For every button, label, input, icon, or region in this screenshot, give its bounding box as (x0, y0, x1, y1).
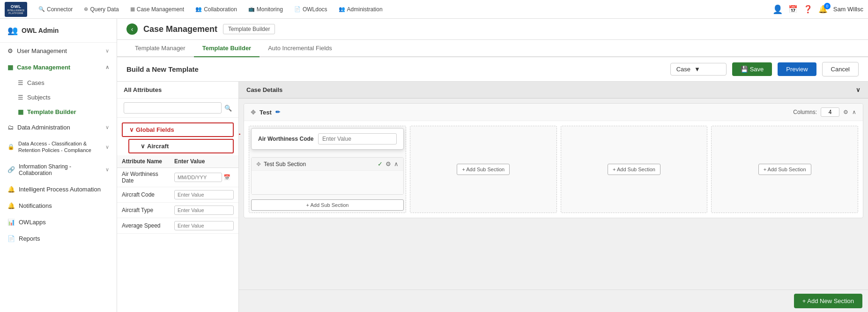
case-management-icon: ▦ (130, 6, 135, 12)
aircraft-chevron-icon: ∨ (141, 143, 145, 150)
top-nav-right: 👤 📅 ❓ 🔔 0 Sam Willsc (772, 4, 863, 15)
global-fields-section: ∨ Global Fields ∨ Aircraft Attribute Nam… (117, 118, 238, 236)
split-pane: All Attributes 🔍 ∨ Global Fields ∨ Aircr… (117, 82, 868, 312)
subjects-icon: ☰ (18, 94, 23, 101)
calendar-icon-btn[interactable]: 📅 (788, 5, 798, 14)
attr-value-cell (170, 187, 238, 203)
column-cell-4: + Add Sub Section (711, 126, 858, 213)
sidebar-item-owlapps[interactable]: 📊 OWLapps (0, 214, 117, 230)
col-attribute-name: Attribute Name (117, 155, 170, 168)
tab-auto-incremental[interactable]: Auto Incremental Fields (260, 40, 341, 57)
info-sharing-icon: 🔗 (7, 166, 15, 173)
nav-collaboration[interactable]: 👥 Collaboration (191, 4, 242, 15)
tooltip-value-input[interactable] (318, 133, 397, 145)
add-new-section-bar: + Add New Section (239, 289, 868, 312)
preview-button[interactable]: Preview (778, 62, 816, 76)
notifications-nav-icon: 🔔 (7, 202, 15, 209)
attr-value-input[interactable] (174, 221, 234, 230)
global-fields-chevron-icon: ∨ (129, 126, 134, 133)
add-sub-section-btn-2[interactable]: + Add Sub Section (457, 164, 510, 175)
gear-icon[interactable]: ⚙ (843, 109, 848, 115)
attr-value-cell (170, 203, 238, 218)
section-collapse-icon[interactable]: ∧ (852, 109, 856, 115)
nav-owldocs[interactable]: 📄 OWLdocs (289, 4, 332, 15)
case-details-chevron-icon: ∨ (856, 86, 861, 93)
sidebar-item-case-management[interactable]: ▦ Case Management ∧ (0, 59, 117, 76)
notifications-icon-btn[interactable]: 🔔 0 (818, 5, 828, 14)
attr-date-input[interactable] (174, 173, 222, 182)
cases-icon: ☰ (18, 79, 23, 86)
add-sub-section-btn-1[interactable]: + Add Sub Section (251, 199, 404, 211)
all-attributes-header: All Attributes (117, 82, 238, 99)
back-button[interactable]: ‹ (126, 23, 138, 35)
sidebar-item-info-sharing[interactable]: 🔗 Information Sharing - Collaboration ∨ (0, 159, 117, 181)
nav-connector[interactable]: 🔍 Connector (34, 4, 77, 15)
add-sub-section-btn-4[interactable]: + Add Sub Section (758, 164, 811, 175)
column-cell-1: Air Worthiness Code ✥ (249, 126, 406, 213)
attr-value-cell: 📅 (170, 168, 238, 187)
edit-section-icon[interactable]: ✏ (275, 109, 280, 115)
section-header: ✥ Test ✏ Columns: ⚙ ∧ (244, 104, 863, 121)
nav-administration[interactable]: 👥 Administration (334, 4, 387, 15)
page-title: Case Management (143, 24, 217, 34)
user-info[interactable]: Sam Willsc (833, 6, 863, 13)
add-new-section-button[interactable]: + Add New Section (794, 294, 862, 308)
sub-section-header: ✥ Test Sub Section ✓ ⚙ ∧ (252, 158, 403, 171)
nav-case-management[interactable]: ▦ Case Management (126, 4, 189, 15)
columns-input[interactable] (821, 107, 839, 117)
attr-value-cell (170, 218, 238, 234)
search-input[interactable] (124, 102, 222, 114)
help-icon-btn[interactable]: ❓ (803, 5, 813, 14)
sidebar-item-notifications[interactable]: 🔔 Notifications (0, 198, 117, 214)
attr-value-input[interactable] (174, 205, 234, 215)
sidebar-item-ipa[interactable]: 🔔 Intelligent Process Automation (0, 181, 117, 198)
case-management-nav-icon: ▦ (7, 64, 13, 71)
breadcrumb-tag[interactable]: Template Builder (223, 24, 275, 34)
search-box: 🔍 (117, 99, 238, 118)
global-fields-header[interactable]: ∨ Global Fields (122, 122, 234, 137)
calendar-icon[interactable]: 📅 (222, 174, 230, 181)
columns-grid: Air Worthiness Code ✥ (244, 121, 863, 218)
administration-icon: 👥 (339, 6, 345, 12)
admin-user-icon: 👥 (7, 25, 18, 36)
nav-monitoring[interactable]: 📺 Monitoring (244, 4, 288, 15)
logo: OWL INTELLIGENCE PLATFORM (5, 2, 27, 17)
drag-handle-icon[interactable]: ✥ (251, 109, 256, 116)
save-button[interactable]: 💾 Save (732, 62, 772, 76)
search-icon[interactable]: 🔍 (224, 105, 232, 112)
sub-drag-icon[interactable]: ✥ (256, 161, 261, 167)
sub-check-icon[interactable]: ✓ (378, 160, 383, 167)
nav-query-data[interactable]: ⊕ Query Data (79, 4, 123, 15)
aircraft-header[interactable]: ∨ Aircraft (128, 139, 234, 153)
sidebar-sub-template-builder[interactable]: ▦ Template Builder (0, 105, 117, 119)
sidebar-sub-subjects[interactable]: ☰ Subjects (0, 90, 117, 105)
table-row: Aircraft Code (117, 187, 238, 203)
user-icon-btn[interactable]: 👤 (772, 4, 783, 15)
notification-badge: 0 (824, 3, 831, 9)
user-management-icon: ⚙ (7, 47, 13, 54)
chevron-up-icon: ∧ (105, 64, 109, 70)
sidebar-item-user-management[interactable]: ⚙ User Management ∨ (0, 43, 117, 59)
page-header: ‹ Case Management Template Builder (117, 19, 868, 40)
attribute-table: Attribute Name Enter Value Air Worthines… (117, 155, 238, 234)
attr-value-input[interactable] (174, 190, 234, 199)
connector-icon: 🔍 (38, 6, 45, 12)
sidebar: 👥 OWL Admin ⚙ User Management ∨ ▦ Case M… (0, 19, 117, 312)
monitoring-icon: 📺 (248, 6, 255, 12)
tab-template-builder[interactable]: Template Builder (194, 40, 260, 57)
tab-template-manager[interactable]: Template Manager (126, 40, 194, 57)
main-layout: 👥 OWL Admin ⚙ User Management ∨ ▦ Case M… (0, 19, 868, 312)
cancel-button[interactable]: Cancel (822, 62, 859, 76)
build-title: Build a New Template (126, 65, 665, 73)
section-name: Test (260, 109, 272, 116)
case-select-dropdown[interactable]: Case ▼ (670, 63, 727, 76)
sub-gear-icon[interactable]: ⚙ (386, 160, 391, 167)
sidebar-item-reports[interactable]: 📄 Reports (0, 230, 117, 247)
sub-collapse-icon[interactable]: ∧ (394, 160, 399, 167)
sidebar-sub-cases[interactable]: ☰ Cases (0, 76, 117, 90)
sidebar-item-data-access[interactable]: 🔒 Data Access - Classification & Retenti… (0, 136, 117, 159)
sidebar-item-data-administration[interactable]: 🗂 Data Administration ∨ (0, 119, 117, 136)
table-row: Air Worthiness Date 📅 (117, 168, 238, 187)
builder-toolbar: Build a New Template Case ▼ 💾 Save Previ… (117, 57, 868, 82)
add-sub-section-btn-3[interactable]: + Add Sub Section (608, 164, 660, 175)
